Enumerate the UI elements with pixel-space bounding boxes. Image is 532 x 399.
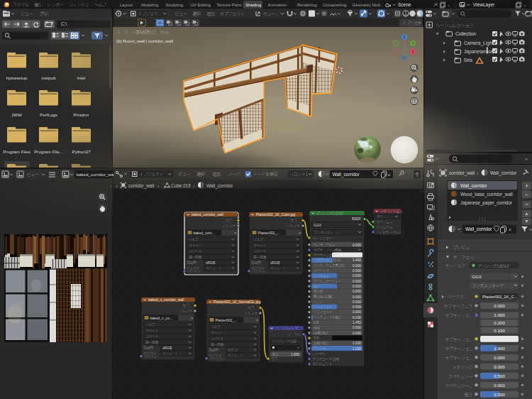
svg-text:Program Files: Program Files: [3, 149, 31, 154]
svg-text:X: X: [411, 50, 414, 54]
svg-text:0.500: 0.500: [494, 392, 505, 397]
svg-text:Wall_corridor: Wall_corridor: [206, 183, 233, 189]
svg-text:GGX: GGX: [314, 223, 322, 227]
svg-text:0.000: 0.000: [353, 332, 361, 335]
svg-text:Layout: Layout: [120, 3, 133, 7]
svg-text:sRGB: sRGB: [206, 261, 216, 265]
svg-text:hpswsetup: hpswsetup: [6, 75, 28, 80]
svg-text:0.500: 0.500: [494, 373, 505, 378]
svg-text:Prntdrvr: Prntdrvr: [73, 112, 89, 117]
svg-text:×: ×: [191, 316, 193, 320]
svg-text:Rendering: Rendering: [297, 3, 317, 7]
svg-text:Python27: Python27: [72, 149, 91, 154]
svg-text:Plaster002_...: Plaster002_...: [216, 318, 238, 322]
svg-text:1.000: 1.000: [291, 353, 299, 356]
svg-text:Wall_corridor: Wall_corridor: [490, 170, 517, 176]
svg-text:Wall_corridor: Wall_corridor: [460, 183, 487, 189]
svg-text:Scene: Scene: [398, 2, 411, 7]
svg-text:Wall_corridor: Wall_corridor: [465, 226, 492, 232]
svg-text:Texture Paint: Texture Paint: [217, 3, 242, 7]
svg-text:(0) Room_wall | corridor_wall: (0) Room_wall | corridor_wall: [116, 38, 173, 43]
svg-text:×: ×: [388, 173, 391, 177]
svg-text:×: ×: [234, 231, 236, 235]
svg-text:0.000: 0.000: [353, 290, 361, 293]
svg-text:Y: Y: [411, 41, 414, 45]
svg-text:Wood_base_corridor_wall: Wood_base_corridor_wall: [460, 192, 513, 197]
svg-text:Camera_Light: Camera_Light: [464, 40, 494, 46]
svg-text:Plaster002_...: Plaster002_...: [258, 231, 280, 235]
svg-text:0.000: 0.000: [353, 244, 361, 247]
svg-text:×: ×: [523, 4, 526, 8]
svg-text:Geometry Nod: Geometry Nod: [353, 3, 380, 7]
svg-text:−: −: [525, 191, 528, 198]
svg-text:baked_n_corridor_wall: baked_n_corridor_wall: [148, 297, 184, 302]
svg-text:Sea: Sea: [464, 58, 472, 62]
svg-text:C:\: C:\: [61, 21, 67, 26]
svg-text:0.500: 0.500: [353, 305, 361, 309]
svg-text:×: ×: [256, 318, 258, 322]
svg-text:0.000: 0.000: [494, 383, 505, 388]
svg-text:0.100: 0.100: [494, 328, 505, 333]
svg-text:baked_corri...: baked_corri...: [194, 231, 215, 235]
svg-text:Japanese_paper_corridor: Japanese_paper_corridor: [460, 200, 513, 206]
svg-text:corridor_wall: corridor_wall: [128, 183, 154, 189]
svg-text:baked_corridor_wall: baked_corridor_wall: [192, 212, 223, 217]
svg-text:Compositing: Compositing: [323, 3, 346, 7]
svg-text:1.400: 1.400: [494, 346, 505, 351]
svg-text:1.450: 1.450: [353, 321, 361, 324]
svg-text:GGX: GGX: [472, 274, 482, 279]
svg-text:Plaster002_1K_Color.jpg: Plaster002_1K_Color.jpg: [256, 212, 296, 217]
svg-text:0.000: 0.000: [494, 355, 505, 360]
svg-text:0.000: 0.000: [494, 303, 505, 308]
svg-text:sRGB: sRGB: [162, 346, 172, 350]
svg-text:PerfLogs: PerfLogs: [40, 112, 57, 117]
svg-text:sRGB: sRGB: [270, 261, 280, 265]
svg-text:0.000: 0.000: [353, 264, 361, 268]
svg-text:baked_corridor_wa: baked_corridor_wa: [77, 172, 114, 177]
svg-text:BSDF: BSDF: [352, 217, 361, 221]
svg-text:corridor_wall: corridor_wall: [449, 170, 475, 176]
svg-text:Collection: Collection: [455, 31, 476, 36]
svg-text:Intel: Intel: [77, 75, 86, 80]
svg-text:0.000: 0.000: [353, 310, 361, 314]
svg-text:1.000: 1.000: [494, 312, 505, 317]
svg-text:0.000: 0.000: [353, 295, 361, 299]
svg-text:Japaneseroom: Japaneseroom: [464, 49, 495, 55]
svg-text:1.400: 1.400: [353, 258, 361, 262]
svg-text:Sculpting: Sculpting: [166, 3, 184, 7]
svg-text:Program File...: Program File...: [34, 149, 63, 154]
svg-text:Wall_corridor: Wall_corridor: [333, 172, 360, 177]
svg-text:Shading: Shading: [245, 3, 261, 7]
svg-text:0.000: 0.000: [353, 326, 361, 329]
svg-text:0.500: 0.500: [353, 285, 361, 288]
svg-text:baked_n_co...: baked_n_co...: [150, 316, 172, 320]
svg-text:‹: ‹: [116, 183, 118, 190]
svg-text:Modeling: Modeling: [141, 3, 158, 7]
svg-text:1.000: 1.000: [353, 347, 361, 351]
svg-text:UV Editing: UV Editing: [191, 3, 211, 7]
svg-text:JWW: JWW: [11, 112, 22, 117]
svg-text:×: ×: [509, 227, 511, 232]
svg-text:×: ×: [299, 231, 301, 235]
svg-text:×: ×: [448, 4, 450, 8]
svg-text:Cube.015: Cube.015: [171, 183, 191, 188]
svg-text:ViewLayer: ViewLayer: [473, 2, 495, 8]
svg-text:Animation: Animation: [268, 3, 287, 7]
svg-text:0.500: 0.500: [353, 274, 361, 278]
svg-text:0.000: 0.000: [353, 269, 361, 273]
svg-text:0.200: 0.200: [494, 320, 505, 325]
svg-text:0.030: 0.030: [353, 316, 361, 319]
svg-text:+: +: [525, 182, 528, 190]
svg-text:0.000: 0.000: [353, 300, 361, 304]
svg-text:0.000: 0.000: [353, 280, 361, 283]
svg-text:Plaster002_1K_C...: Plaster002_1K_C...: [482, 295, 518, 299]
svg-text:›: ›: [110, 184, 111, 188]
svg-text:inetpub: inetpub: [41, 75, 56, 80]
svg-text:1.000: 1.000: [353, 341, 361, 345]
svg-text:0.000: 0.000: [494, 364, 505, 369]
svg-text:Plaster002_1K_NormalGL.jpg: Plaster002_1K_NormalGL.jpg: [214, 300, 261, 304]
